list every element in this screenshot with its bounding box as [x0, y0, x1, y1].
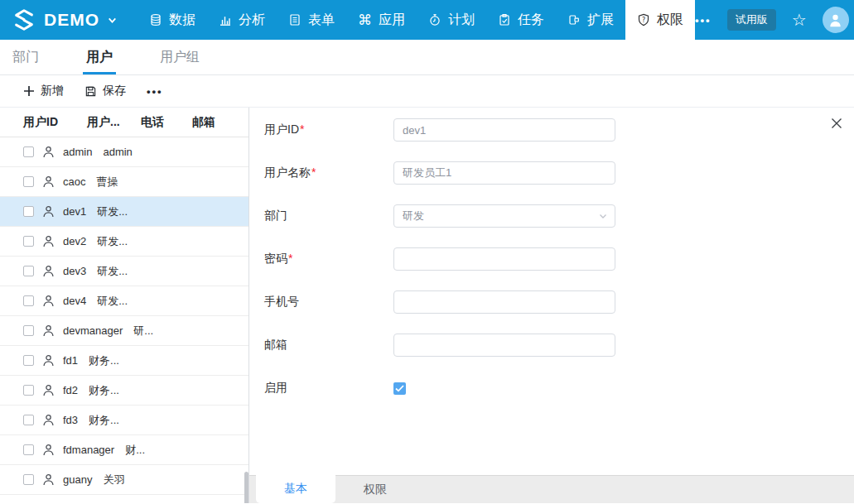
user-form: 用户ID*用户名称*部门研发密码*手机号邮箱启用	[249, 108, 854, 400]
table-header: 用户ID用户...电话邮箱	[0, 108, 248, 137]
permission-icon: ?	[637, 13, 650, 26]
password-field[interactable]	[393, 247, 615, 271]
column-header-1[interactable]: 用户ID	[23, 115, 87, 130]
table-row[interactable]: adminadmin	[0, 137, 248, 167]
table-row[interactable]: dev4研发...	[0, 286, 248, 316]
table-row[interactable]: fdmanager财...	[0, 435, 248, 465]
more-icon[interactable]: •••	[695, 14, 712, 26]
cell-user-name: 财务...	[89, 413, 119, 428]
top-nav-label: 数据	[169, 12, 195, 29]
row-checkbox[interactable]	[23, 236, 34, 247]
table-row[interactable]: dev3研发...	[0, 257, 248, 286]
column-header-label: 电话	[141, 115, 164, 128]
field-label-text: 邮箱	[264, 338, 287, 351]
check-icon	[395, 385, 404, 392]
toolbar-button-3[interactable]: •••	[147, 86, 163, 97]
row-checkbox[interactable]	[23, 206, 34, 217]
cell-user-id: dev3	[63, 265, 86, 277]
column-header-label: 邮箱	[192, 115, 215, 128]
user-icon	[41, 324, 55, 338]
top-nav-item-6[interactable]: 任务	[486, 0, 556, 40]
brand[interactable]: DEMO	[0, 7, 124, 32]
toolbar-button-1[interactable]: 新增	[23, 84, 64, 98]
toolbar-button-label: 保存	[103, 84, 126, 98]
row-checkbox[interactable]	[23, 444, 34, 455]
department-select[interactable]: 研发	[393, 204, 615, 228]
cell-user-name: 研...	[133, 324, 153, 338]
table-row[interactable]: fd1财务...	[0, 346, 248, 376]
top-nav-item-1[interactable]: 数据	[138, 0, 207, 40]
top-nav-item-2[interactable]: 分析	[207, 0, 277, 40]
row-checkbox[interactable]	[23, 146, 34, 157]
table-row[interactable]: dev1研发...	[0, 197, 248, 227]
user-name-field[interactable]	[393, 161, 615, 185]
table-row[interactable]: guany关羽	[0, 465, 248, 495]
cell-user-id: fd2	[63, 384, 78, 396]
column-header-2[interactable]: 用户...	[87, 115, 141, 130]
row-checkbox[interactable]	[23, 295, 34, 306]
field-label-enabled: 启用	[249, 381, 393, 396]
cell-user-name: 财务...	[89, 353, 119, 368]
column-header-4[interactable]: 邮箱	[192, 115, 248, 130]
cell-user-id: devmanager	[63, 324, 123, 337]
row-checkbox[interactable]	[23, 474, 34, 485]
field-label-text: 密码	[264, 252, 287, 265]
cell-user-name: 曹操	[96, 175, 118, 190]
table-body: adminadmincaoc曹操dev1研发...dev2研发...dev3研发…	[0, 137, 248, 495]
row-checkbox[interactable]	[23, 176, 34, 187]
field-label-user-name: 用户名称*	[249, 166, 393, 180]
mobile-field[interactable]	[393, 290, 615, 314]
avatar[interactable]	[823, 7, 849, 33]
toolbar-button-2[interactable]: 保存	[84, 84, 126, 98]
table-row[interactable]: fd3财务...	[0, 406, 248, 435]
table-row[interactable]: devmanager研...	[0, 316, 248, 346]
topbar-right: ••• 试用版 ☆	[695, 7, 854, 33]
app-icon: ⌘	[358, 13, 372, 27]
toolbar-button-label: 新增	[41, 84, 64, 98]
top-nav-item-3[interactable]: 表单	[277, 0, 346, 40]
table-row[interactable]: dev2研发...	[0, 227, 248, 257]
row-checkbox[interactable]	[23, 325, 34, 336]
module-tab-label: 用户组	[160, 49, 200, 66]
top-nav-label: 表单	[308, 12, 335, 29]
select-value: 研发	[403, 209, 424, 223]
form-row-mobile: 手机号	[249, 290, 854, 314]
row-checkbox[interactable]	[23, 266, 34, 276]
user-id-field[interactable]	[393, 118, 615, 142]
cell-user-name: 财务...	[89, 383, 119, 398]
row-checkbox[interactable]	[23, 385, 34, 396]
top-nav-item-4[interactable]: ⌘应用	[346, 0, 417, 40]
detail-tab-2[interactable]: 权限	[335, 476, 415, 503]
module-tab-2[interactable]: 用户	[86, 40, 113, 74]
top-nav-item-8[interactable]: ?权限	[625, 0, 695, 40]
module-tab-1[interactable]: 部门	[12, 40, 39, 74]
module-tabs: 部门用户用户组	[0, 40, 854, 75]
top-nav-label: 分析	[239, 12, 265, 29]
scrollbar-thumb[interactable]	[244, 472, 248, 503]
star-icon[interactable]: ☆	[792, 10, 807, 30]
row-checkbox[interactable]	[23, 355, 34, 366]
top-nav-item-5[interactable]: 计划	[417, 0, 486, 40]
detail-tab-1[interactable]: 基本	[256, 475, 335, 503]
save-icon	[84, 85, 97, 98]
plus-icon	[23, 85, 35, 97]
field-label-mobile: 手机号	[249, 295, 393, 310]
email-field[interactable]	[393, 334, 615, 357]
close-icon[interactable]	[830, 117, 843, 130]
user-icon	[41, 443, 55, 457]
module-tab-label: 用户	[86, 49, 113, 66]
user-icon	[41, 383, 55, 397]
table-row[interactable]: fd2财务...	[0, 376, 248, 406]
more-icon: •••	[147, 86, 163, 97]
module-tab-label: 部门	[12, 49, 39, 66]
enabled-checkbox[interactable]	[393, 382, 406, 395]
main-area: 用户ID用户...电话邮箱 adminadmincaoc曹操dev1研发...d…	[0, 108, 854, 503]
column-header-3[interactable]: 电话	[141, 115, 192, 130]
cell-user-name: 研发...	[97, 204, 128, 219]
module-tab-3[interactable]: 用户组	[160, 40, 200, 74]
table-row[interactable]: caoc曹操	[0, 167, 248, 197]
detail-panel: 用户ID*用户名称*部门研发密码*手机号邮箱启用 基本权限	[249, 108, 854, 503]
row-checkbox[interactable]	[23, 415, 34, 425]
cell-user-name: 研发...	[97, 294, 128, 309]
top-nav-item-7[interactable]: 扩展	[556, 0, 625, 40]
